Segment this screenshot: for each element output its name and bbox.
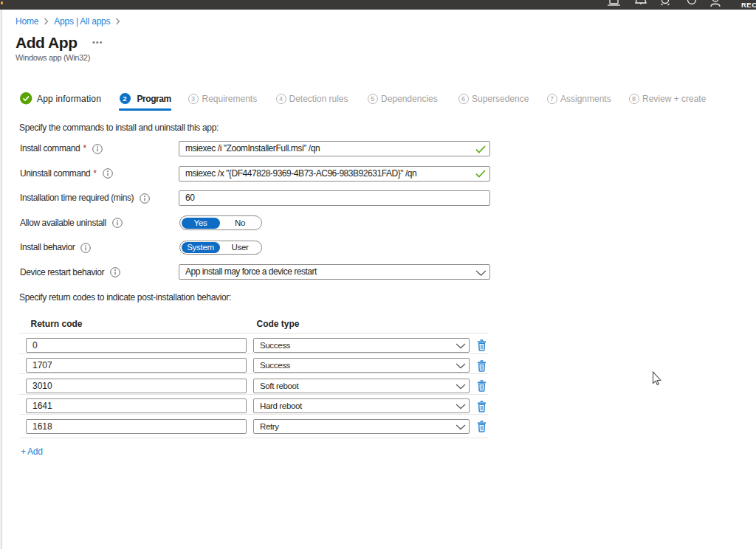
svg-text:RECAL: RECAL <box>741 1 756 9</box>
